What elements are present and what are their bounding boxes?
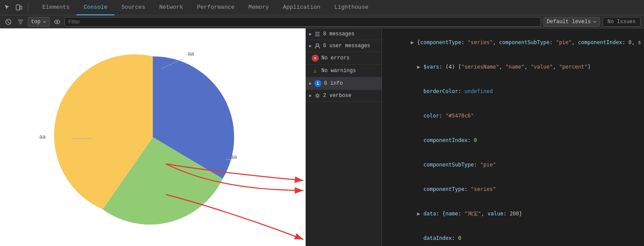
svg-point-16	[316, 44, 319, 46]
divider	[28, 3, 28, 12]
error-badge: ✕	[312, 55, 319, 62]
tab-performance[interactable]: Performance	[190, 0, 241, 15]
all-messages-label: 8 messages	[323, 31, 378, 37]
detail-line[interactable]: ▶ data: {name: "淘宝", value: 200}	[382, 201, 644, 226]
tab-bar-icons	[3, 3, 30, 12]
tab-application[interactable]: Application	[276, 0, 327, 15]
clear-console-button[interactable]	[3, 17, 13, 27]
detail-line: componentIndex: 0	[382, 128, 644, 152]
arrow-icon: ▶	[309, 31, 312, 37]
svg-line-3	[7, 21, 10, 23]
svg-point-8	[56, 21, 58, 23]
no-errors-label: No errors	[321, 55, 378, 61]
tab-bar: Elements Console Sources Network Perform…	[0, 0, 644, 15]
pie-label-top: aa	[188, 50, 194, 57]
messages-item-all[interactable]: ▶ 8 messages	[306, 28, 382, 40]
default-levels-dropdown[interactable]: Default levels	[544, 17, 600, 27]
tab-elements[interactable]: Elements	[35, 0, 76, 15]
user-messages-label: 6 user messages	[323, 43, 378, 49]
messages-item-errors[interactable]: ✕ No errors	[306, 52, 382, 65]
messages-item-warnings[interactable]: ⚠ No warnings	[306, 65, 382, 77]
device-icon[interactable]	[15, 3, 23, 11]
chart-area: aa aa aa	[0, 28, 306, 246]
filter-input[interactable]	[65, 17, 541, 27]
tab-network[interactable]: Network	[152, 0, 190, 15]
detail-line: borderColor: undefined	[382, 79, 644, 104]
detail-line: dataIndex: 0	[382, 226, 644, 246]
list-icon	[314, 31, 320, 37]
main-content: aa aa aa ▶	[0, 28, 644, 246]
chevron-down-icon	[592, 20, 597, 24]
console-panel: ▶ 8 messages ▶ 6 user messages ✕	[306, 28, 644, 246]
svg-rect-1	[20, 6, 22, 9]
pie-label-right: aa	[231, 153, 237, 160]
pie-chart: aa aa aa	[26, 30, 279, 244]
no-issues-badge: No Issues	[603, 17, 641, 27]
messages-item-user[interactable]: ▶ 6 user messages	[306, 40, 382, 52]
tab-console[interactable]: Console	[76, 0, 114, 15]
svg-point-17	[317, 95, 319, 97]
warning-icon: ⚠	[312, 67, 319, 74]
tab-lighthouse[interactable]: Lighthouse	[327, 0, 375, 15]
console-toolbar: top Default levels No Issues	[0, 15, 644, 28]
gear-icon	[314, 93, 320, 99]
detail-line[interactable]: ▶ $vars: (4) ["seriesName", "name", "val…	[382, 55, 644, 79]
detail-line: color: "#5470c6"	[382, 104, 644, 128]
pie-label-left: aa	[39, 133, 46, 140]
info-label: 6 info	[324, 80, 378, 87]
detail-line: componentType: "series"	[382, 177, 644, 201]
filter-toggle-button[interactable]	[16, 17, 25, 27]
detail-line: componentSubType: "pie"	[382, 152, 644, 177]
messages-item-info[interactable]: ▶ i 6 info	[306, 77, 382, 90]
tab-sources[interactable]: Sources	[114, 0, 152, 15]
inspect-icon[interactable]	[3, 3, 11, 11]
user-icon	[314, 43, 320, 49]
chevron-down-icon	[42, 20, 47, 24]
context-dropdown[interactable]: top	[28, 17, 50, 27]
messages-item-verbose[interactable]: ▶ 2 verbose	[306, 90, 382, 102]
svg-rect-0	[16, 5, 20, 10]
eye-button[interactable]	[52, 17, 62, 27]
arrow-icon: ▶	[309, 93, 312, 98]
arrow-icon: ▶	[309, 43, 312, 49]
no-warnings-label: No warnings	[321, 68, 378, 74]
detail-line[interactable]: ▶ {componentType: "series", componentSub…	[382, 30, 644, 55]
detail-pane: ▶ {componentType: "series", componentSub…	[382, 28, 644, 246]
verbose-label: 2 verbose	[323, 93, 378, 99]
info-badge: i	[314, 80, 321, 87]
arrow-icon: ▶	[309, 81, 312, 86]
tab-memory[interactable]: Memory	[241, 0, 276, 15]
message-list: ▶ 8 messages ▶ 6 user messages ✕	[306, 28, 382, 246]
